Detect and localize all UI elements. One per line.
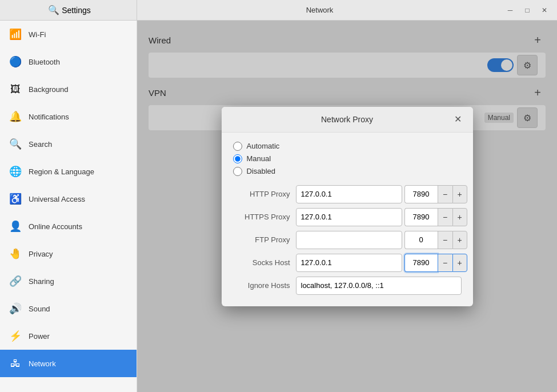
http-proxy-row: HTTP Proxy − + [233,185,462,203]
proxy-fields: HTTP Proxy − + [233,185,462,295]
minimize-button[interactable]: ─ [502,3,518,17]
http-proxy-port-group: − + [404,185,467,203]
region-icon: 🌐 [9,165,22,178]
dialog-close-button[interactable]: ✕ [451,113,465,126]
disabled-radio-label: Disabled [247,167,276,175]
app-name-label: Settings [62,6,91,15]
ignore-hosts-label: Ignore Hosts [233,281,290,290]
disabled-radio[interactable] [233,167,242,176]
sidebar-item-label: Sharing [29,277,54,286]
dialog-backdrop: Network Proxy ✕ Automatic Manual [137,21,557,392]
maximize-button[interactable]: □ [519,3,535,17]
ignore-hosts-row: Ignore Hosts [233,277,462,295]
network-proxy-dialog: Network Proxy ✕ Automatic Manual [222,107,473,306]
https-proxy-inputs: − + [296,208,467,226]
search-icon: 🔍 [9,138,22,150]
sidebar-item-label: Background [29,85,68,94]
dialog-title: Network Proxy [243,115,451,124]
ftp-proxy-row: FTP Proxy − + [233,231,462,249]
sharing-icon: 🔗 [9,275,22,287]
search-button[interactable]: 🔍 [46,2,62,18]
sidebar-item-universal-access[interactable]: ♿ Universal Access [0,185,137,213]
manual-radio-label: Manual [247,154,271,163]
socks-host-input[interactable] [296,254,402,272]
http-proxy-label: HTTP Proxy [233,190,290,198]
http-proxy-host-input[interactable] [296,185,402,203]
ftp-proxy-port-plus[interactable]: + [452,231,467,249]
sidebar-item-label: Universal Access [29,195,85,203]
sidebar-item-background[interactable]: 🖼 Background [0,75,137,103]
sidebar-item-power[interactable]: ⚡ Power [0,322,137,350]
socks-host-label: Socks Host [233,258,290,267]
proxy-mode-radio-group: Automatic Manual Disabled [233,142,462,176]
ftp-proxy-label: FTP Proxy [233,235,290,244]
https-proxy-port-minus[interactable]: − [438,208,452,226]
titlebar-search-area: 🔍 Settings [0,0,137,20]
main-layout: 📶 Wi-Fi 🔵 Bluetooth 🖼 Background 🔔 Notif… [0,21,557,392]
ftp-proxy-host-input[interactable] [296,231,402,249]
http-proxy-port-minus[interactable]: − [438,185,452,203]
dialog-titlebar: Network Proxy ✕ [222,107,473,133]
ftp-proxy-port-input[interactable] [404,231,438,249]
sidebar-item-label: Sound [29,305,50,313]
dialog-body: Automatic Manual Disabled [222,133,473,306]
content-area: Wired + ⚙ VPN + Manual [137,21,557,392]
https-proxy-label: HTTPS Proxy [233,213,290,221]
network-icon: 🖧 [9,358,22,370]
sidebar-item-bluetooth[interactable]: 🔵 Bluetooth [0,48,137,75]
ignore-hosts-input[interactable] [296,277,462,295]
online-accounts-icon: 👤 [9,220,22,233]
sidebar-item-sound[interactable]: 🔊 Sound [0,295,137,322]
sidebar-item-label: Search [29,140,52,149]
sidebar-item-label: Online Accounts [29,222,82,231]
titlebar: 🔍 Settings Network ─ □ ✕ [0,0,557,21]
socks-port-minus[interactable]: − [438,254,452,272]
bluetooth-icon: 🔵 [9,55,22,68]
section-title-label: Network [137,6,502,14]
close-button[interactable]: ✕ [536,3,552,17]
automatic-radio-item[interactable]: Automatic [233,142,462,151]
ftp-proxy-inputs: − + [296,231,467,249]
http-proxy-port-input[interactable] [404,185,438,203]
sidebar-item-label: Power [29,332,50,341]
sidebar-item-label: Network [29,359,56,368]
sidebar-item-label: Wi-Fi [29,30,46,39]
socks-port-input[interactable] [404,254,438,272]
https-proxy-row: HTTPS Proxy − + [233,208,462,226]
socks-host-row: Socks Host − + [233,254,462,272]
https-proxy-port-input[interactable] [404,208,438,226]
automatic-radio-label: Automatic [247,142,280,150]
sidebar-item-wifi[interactable]: 📶 Wi-Fi [0,21,137,48]
sidebar-item-notifications[interactable]: 🔔 Notifications [0,103,137,130]
privacy-icon: 🤚 [9,247,22,260]
sidebar-item-label: Bluetooth [29,58,60,66]
disabled-radio-item[interactable]: Disabled [233,167,462,176]
sidebar-item-label: Region & Language [29,167,94,176]
https-proxy-host-input[interactable] [296,208,402,226]
manual-radio-item[interactable]: Manual [233,154,462,163]
sidebar-item-label: Notifications [29,113,69,121]
socks-port-plus[interactable]: + [452,254,467,272]
socks-port-group: − + [404,254,467,272]
window-controls: ─ □ ✕ [502,3,557,17]
sound-icon: 🔊 [9,302,22,315]
wifi-icon: 📶 [9,28,22,41]
sidebar-item-network[interactable]: 🖧 Network [0,350,137,377]
socks-host-inputs: − + [296,254,467,272]
power-icon: ⚡ [9,330,22,342]
http-proxy-inputs: − + [296,185,467,203]
sidebar-item-privacy[interactable]: 🤚 Privacy [0,240,137,267]
manual-radio[interactable] [233,154,242,163]
automatic-radio[interactable] [233,142,242,151]
https-proxy-port-plus[interactable]: + [452,208,467,226]
sidebar-item-search[interactable]: 🔍 Search [0,130,137,158]
ftp-proxy-port-group: − + [404,231,467,249]
sidebar-item-label: Privacy [29,250,53,258]
ftp-proxy-port-minus[interactable]: − [438,231,452,249]
universal-access-icon: ♿ [9,193,22,205]
sidebar-item-sharing[interactable]: 🔗 Sharing [0,267,137,295]
sidebar-item-region[interactable]: 🌐 Region & Language [0,158,137,185]
http-proxy-port-plus[interactable]: + [452,185,467,203]
sidebar-item-online-accounts[interactable]: 👤 Online Accounts [0,213,137,240]
https-proxy-port-group: − + [404,208,467,226]
